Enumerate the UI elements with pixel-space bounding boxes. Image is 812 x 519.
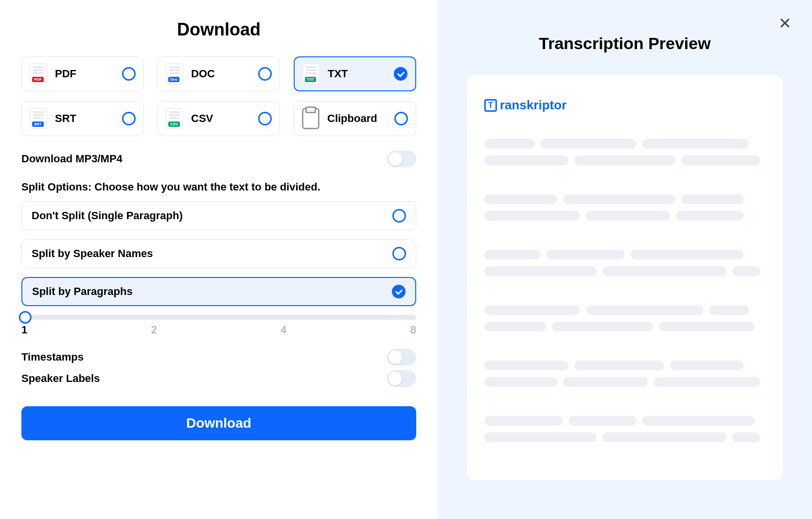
csv-file-icon: CSV [166, 108, 183, 129]
srt-tag: SRT [32, 121, 44, 127]
skeleton-group [484, 305, 765, 331]
format-csv[interactable]: CSV CSV [158, 101, 280, 136]
format-srt-label: SRT [55, 112, 114, 125]
split-options-heading: Split Options: Choose how you want the t… [21, 181, 416, 193]
format-txt-label: TXT [328, 68, 386, 80]
radio-icon [122, 67, 136, 81]
txt-tag: TXT [305, 77, 316, 82]
radio-icon [258, 67, 272, 81]
pdf-file-icon: PDF [30, 63, 47, 85]
clipboard-icon [302, 108, 319, 129]
radio-check-icon [394, 67, 407, 81]
close-icon[interactable]: ✕ [778, 16, 792, 31]
radio-check-icon [392, 285, 406, 298]
split-option-paragraphs[interactable]: Split by Paragraphs [21, 277, 416, 306]
slider-tick: 1 [21, 324, 27, 336]
slider-ticks: 1 2 4 8 [21, 324, 416, 336]
preview-title: Transcription Preview [467, 34, 783, 53]
skeleton-group [484, 361, 765, 387]
radio-icon [392, 247, 406, 260]
skeleton-group [484, 416, 765, 442]
skeleton-group [484, 250, 765, 276]
format-txt[interactable]: TXT TXT [294, 56, 416, 91]
slider-track[interactable] [21, 315, 416, 320]
radio-icon [122, 112, 136, 125]
download-panel: Download PDF PDF Doc DOC TXT TXT [0, 0, 438, 519]
split-option-nosplit[interactable]: Don't Split (Single Paragraph) [21, 201, 416, 230]
download-title: Download [21, 19, 416, 40]
format-clipboard[interactable]: Clipboard [294, 101, 416, 136]
format-doc[interactable]: Doc DOC [158, 56, 280, 91]
speaker-labels-toggle[interactable] [387, 370, 416, 387]
format-clipboard-label: Clipboard [327, 112, 387, 125]
skeleton-group [484, 139, 765, 165]
pdf-tag: PDF [32, 77, 44, 82]
preview-card: Transkriptor [467, 75, 783, 480]
srt-file-icon: SRT [30, 108, 47, 129]
brand-logo: Transkriptor [484, 98, 765, 113]
doc-file-icon: Doc [166, 63, 183, 85]
preview-panel: ✕ Transcription Preview Transkriptor [438, 0, 812, 519]
timestamps-row: Timestamps [21, 349, 416, 365]
format-csv-label: CSV [191, 112, 250, 125]
radio-icon [258, 112, 272, 125]
format-pdf-label: PDF [55, 68, 114, 80]
speaker-labels-row: Speaker Labels [21, 370, 416, 387]
brand-text: ranskriptor [500, 98, 566, 113]
format-grid: PDF PDF Doc DOC TXT TXT SRT SRT [21, 56, 416, 136]
slider-thumb[interactable] [19, 311, 32, 324]
download-media-toggle[interactable] [387, 151, 416, 167]
slider-tick: 8 [410, 324, 416, 336]
brand-glyph-icon: T [484, 99, 497, 112]
timestamps-toggle[interactable] [387, 349, 416, 365]
download-media-label: Download MP3/MP4 [21, 153, 123, 165]
radio-icon [394, 112, 408, 125]
doc-tag: Doc [168, 77, 179, 82]
format-srt[interactable]: SRT SRT [21, 101, 144, 136]
format-pdf[interactable]: PDF PDF [21, 56, 144, 91]
split-option-speaker[interactable]: Split by Speaker Names [21, 239, 416, 268]
skeleton-group [484, 194, 765, 221]
paragraph-slider: 1 2 4 8 [21, 315, 416, 336]
slider-tick: 4 [281, 324, 286, 336]
download-media-row: Download MP3/MP4 [21, 151, 416, 167]
split-option-label: Split by Paragraphs [32, 285, 133, 298]
split-option-label: Split by Speaker Names [32, 247, 153, 260]
speaker-labels-label: Speaker Labels [21, 372, 100, 385]
radio-icon [392, 209, 406, 223]
split-option-label: Don't Split (Single Paragraph) [32, 209, 183, 222]
slider-tick: 2 [151, 324, 157, 336]
format-doc-label: DOC [191, 68, 250, 80]
csv-tag: CSV [168, 121, 180, 127]
txt-file-icon: TXT [302, 63, 320, 85]
timestamps-label: Timestamps [21, 351, 84, 363]
download-button[interactable]: Download [21, 406, 416, 440]
split-options: Don't Split (Single Paragraph) Split by … [21, 201, 416, 306]
